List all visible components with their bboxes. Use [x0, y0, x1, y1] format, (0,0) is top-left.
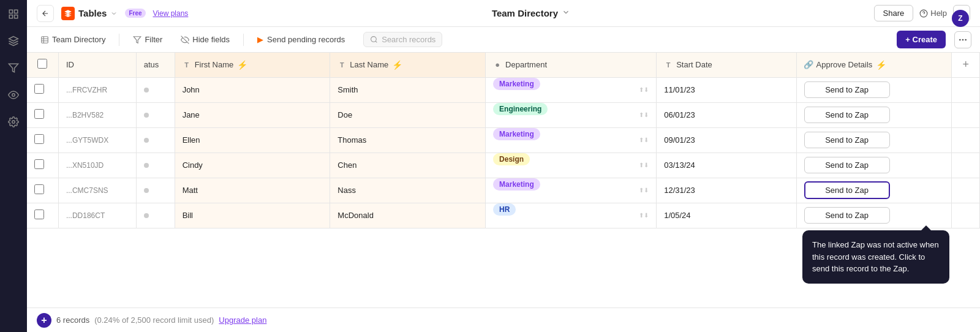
type-text-icon-2: T — [337, 61, 346, 69]
send-pending-button[interactable]: ▶ Send pending records — [252, 32, 350, 47]
table-row: ...CMC7SNS Matt Nass Marketing ⬆⬇ 12/31/… — [27, 178, 980, 203]
search-icon — [370, 36, 378, 43]
row-status — [136, 77, 175, 102]
record-usage: (0.24% of 2,500 record limit used) — [94, 315, 214, 325]
row-add-col — [952, 102, 980, 127]
bolt-icon-firstname: ⚡ — [237, 60, 247, 70]
row-send-zap-cell: Send to Zap — [796, 203, 952, 228]
row-select-checkbox[interactable] — [34, 209, 44, 219]
row-add-col — [952, 77, 980, 102]
svg-point-16 — [965, 39, 966, 40]
filter-button[interactable]: Filter — [128, 32, 167, 47]
row-checkbox-cell — [27, 203, 58, 228]
toolbar: Team Directory Filter Hide fields ▶ Send… — [27, 27, 980, 53]
row-startdate: 06/01/23 — [657, 102, 796, 127]
sidebar-icon-settings[interactable] — [6, 114, 21, 130]
row-firstname: Ellen — [175, 127, 330, 153]
svg-point-6 — [12, 121, 15, 124]
toolbar-divider-2 — [243, 34, 244, 46]
zapier-logo-icon — [61, 7, 75, 20]
send-zap-button[interactable]: Send to Zap — [804, 207, 890, 224]
table-row: ...XN510JD Cindy Chen Design ⬆⬇ 03/13/24… — [27, 153, 980, 178]
help-icon — [919, 9, 928, 18]
record-count: 6 records — [56, 315, 89, 325]
table-body: ...FRCVZHR John Smith Marketing ⬆⬇ 11/01… — [27, 77, 980, 228]
send-zap-button[interactable]: Send to Zap — [804, 181, 890, 199]
table-row: ...DD186CT Bill McDonald HR ⬆⬇ 1/05/24 S… — [27, 203, 980, 228]
row-lastname: Thomas — [330, 127, 486, 153]
back-button[interactable] — [37, 5, 54, 22]
row-department: Marketing ⬆⬇ — [486, 77, 657, 102]
upgrade-plan-link[interactable]: Upgrade plan — [219, 315, 266, 325]
search-box[interactable]: Search records — [363, 32, 442, 47]
row-send-zap-cell: Send to Zap — [796, 178, 952, 203]
svg-marker-4 — [9, 64, 18, 72]
row-add-col — [952, 153, 980, 178]
hide-fields-button[interactable]: Hide fields — [176, 32, 235, 47]
row-select-checkbox[interactable] — [34, 184, 44, 194]
row-lastname: Smith — [330, 77, 486, 102]
row-add-col — [952, 127, 980, 153]
type-text-icon: T — [183, 61, 191, 69]
row-department: HR ⬆⬇ — [486, 203, 657, 228]
main-content: Tables Free View plans Team Directory Sh… — [27, 0, 980, 332]
sidebar-icon-layers[interactable] — [6, 33, 21, 49]
add-row-button[interactable]: + — [37, 313, 51, 328]
app-chevron-icon — [110, 10, 118, 17]
type-circle-icon: ● — [493, 61, 502, 69]
row-select-checkbox[interactable] — [34, 109, 44, 119]
sidebar-icon-grid[interactable] — [6, 6, 21, 22]
row-id: ...GYT5WDX — [58, 127, 136, 153]
svg-rect-11 — [42, 36, 48, 43]
search-placeholder: Search records — [382, 35, 435, 44]
row-add-col — [952, 178, 980, 203]
row-firstname: John — [175, 77, 330, 102]
send-zap-button[interactable]: Send to Zap — [804, 81, 890, 98]
create-button[interactable]: + Create — [897, 31, 946, 48]
help-button[interactable]: Help — [919, 9, 947, 18]
sidebar-icon-eye[interactable] — [6, 87, 21, 103]
send-zap-button[interactable]: Send to Zap — [804, 157, 890, 173]
app-name: Tables — [78, 8, 107, 18]
play-icon: ▶ — [257, 35, 263, 44]
send-zap-button[interactable]: Send to Zap — [804, 107, 890, 123]
tooltip-box: The linked Zap was not active when this … — [802, 230, 949, 284]
free-badge: Free — [125, 9, 145, 18]
share-button[interactable]: Share — [874, 5, 914, 21]
row-firstname: Bill — [175, 203, 330, 228]
svg-point-13 — [371, 37, 377, 42]
table-row: ...FRCVZHR John Smith Marketing ⬆⬇ 11/01… — [27, 77, 980, 102]
row-send-zap-cell: Send to Zap — [796, 127, 952, 153]
th-lastname: T Last Name ⚡ — [330, 53, 486, 77]
row-status — [136, 127, 175, 153]
hide-fields-icon — [181, 36, 189, 44]
sidebar-icon-filter[interactable] — [6, 60, 21, 76]
svg-marker-12 — [134, 36, 141, 43]
th-firstname: T First Name ⚡ — [175, 53, 330, 77]
row-id: ...XN510JD — [58, 153, 136, 178]
top-nav: Tables Free View plans Team Directory Sh… — [27, 0, 980, 27]
view-plans-link[interactable]: View plans — [153, 9, 189, 18]
row-send-zap-cell: Send to Zap — [796, 77, 952, 102]
row-select-checkbox[interactable] — [34, 84, 44, 94]
table-header-row: ID atus T First Name ⚡ — [27, 53, 980, 77]
th-add-column[interactable]: + — [952, 53, 980, 77]
table-footer: + 6 records (0.24% of 2,500 record limit… — [27, 307, 980, 332]
row-status — [136, 153, 175, 178]
svg-rect-0 — [9, 10, 12, 13]
row-send-zap-cell: Send to Zap — [796, 153, 952, 178]
select-all-checkbox[interactable] — [37, 59, 47, 69]
toolbar-more-button[interactable] — [954, 31, 971, 48]
row-status — [136, 178, 175, 203]
type-text-icon-3: T — [664, 61, 673, 69]
svg-rect-2 — [9, 15, 12, 18]
send-zap-button[interactable]: Send to Zap — [804, 132, 890, 148]
row-select-checkbox[interactable] — [34, 159, 44, 169]
th-department: ● Department — [486, 53, 657, 77]
row-firstname: Matt — [175, 178, 330, 203]
row-select-checkbox[interactable] — [34, 134, 44, 144]
row-department: Marketing ⬆⬇ — [486, 178, 657, 203]
toolbar-more-icon — [958, 35, 968, 45]
row-id: ...CMC7SNS — [58, 178, 136, 203]
row-department: Engineering ⬆⬇ — [486, 102, 657, 127]
